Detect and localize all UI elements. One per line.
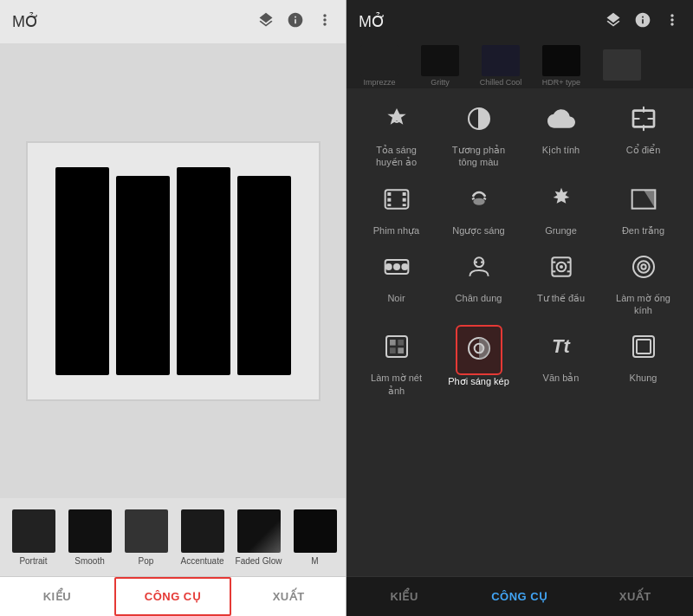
grid-tu-the-dau[interactable]: Tư thế đầu: [527, 245, 596, 317]
tab-xuat-right[interactable]: XUẤT: [578, 577, 693, 616]
co-dien-icon: [625, 101, 662, 137]
svg-point-10: [473, 198, 484, 204]
grid-lam-mo-ong-kinh[interactable]: Làm mờ ống kính: [609, 245, 678, 317]
left-main-image: [26, 141, 321, 401]
lam-mo-net-anh-icon: [379, 328, 415, 365]
grid-phoi-sang-kep[interactable]: Phơi sáng kép: [444, 325, 514, 397]
grid-den-trang[interactable]: Đen trắng: [609, 178, 678, 237]
rfs-thumb-chilled: [482, 45, 520, 76]
lam-mo-net-anh-label: Làm mờ nét ảnh: [362, 372, 431, 397]
kich-tinh-label: Kịch tính: [542, 144, 580, 156]
right-panel: MỞ Imprezze: [346, 0, 693, 616]
rfs-gritty[interactable]: Gritty: [411, 45, 470, 87]
grid-khung[interactable]: Khung: [609, 325, 678, 397]
rfs-hdrplus[interactable]: HDR+ type: [532, 45, 591, 87]
left-header: MỞ: [0, 0, 346, 43]
image-block-4: [237, 176, 291, 375]
phim-nhua-label: Phim nhựa: [373, 224, 419, 237]
svg-rect-33: [390, 340, 396, 346]
grid-noir[interactable]: Noir: [362, 245, 431, 317]
svg-point-20: [475, 261, 477, 263]
svg-point-15: [385, 263, 392, 270]
rfs-thumb-hdrplus: [542, 45, 580, 76]
grid-kich-tinh[interactable]: Kịch tính: [527, 97, 596, 169]
filter-m[interactable]: M: [287, 509, 343, 566]
grid-co-dien[interactable]: Cổ điển: [609, 97, 678, 169]
co-dien-icon-wrap: [622, 97, 665, 144]
right-info-icon[interactable]: [634, 11, 651, 33]
svg-rect-6: [387, 204, 391, 206]
tab-kieu-left[interactable]: KIỂU: [0, 577, 114, 616]
rfs-extra1[interactable]: [593, 49, 651, 82]
filter-portrait[interactable]: Portrait: [5, 509, 62, 566]
svg-rect-4: [387, 192, 391, 196]
filter-accentuate[interactable]: Accentuate: [174, 509, 230, 566]
tab-xuat-left[interactable]: XUẤT: [231, 577, 346, 616]
den-trang-icon-wrap: [622, 178, 665, 224]
nguoc-sang-icon: [461, 181, 497, 217]
rfs-chilled[interactable]: Chilled Cool: [471, 45, 530, 87]
left-panel: MỞ: [0, 0, 346, 616]
layers-icon[interactable]: [257, 11, 275, 33]
phim-nhua-icon-wrap: [375, 178, 418, 224]
grid-tuong-phan[interactable]: Tương phản tông màu: [444, 97, 514, 169]
grid-van-ban[interactable]: Tt Văn bản: [527, 325, 596, 397]
filter-grid-row-2: Phim nhựa Ngược sáng: [346, 174, 693, 240]
grid-toa-sang[interactable]: Tỏa sáng huyền ảo: [362, 97, 431, 169]
image-block-3: [177, 167, 230, 375]
tab-cong-cu-left[interactable]: CÔNG CỤ: [114, 577, 232, 616]
filter-label-m: M: [311, 556, 318, 566]
rfs-label-imprezze: Imprezze: [363, 78, 395, 87]
grid-chan-dung[interactable]: Chân dung: [444, 245, 514, 317]
toa-sang-icon-wrap: [375, 97, 418, 144]
kich-tinh-icon-wrap: [540, 97, 583, 144]
rfs-imprezze[interactable]: Imprezze: [350, 45, 409, 87]
grid-lam-mo-net-anh[interactable]: Làm mờ nét ảnh: [362, 325, 431, 397]
svg-rect-7: [402, 192, 405, 196]
filter-label-pop: Pop: [139, 556, 154, 566]
van-ban-icon: Tt: [543, 328, 580, 365]
grid-nguoc-sang[interactable]: Ngược sáng: [444, 178, 514, 237]
grunge-label: Grunge: [545, 224, 577, 237]
left-header-icons: [257, 11, 334, 33]
rfs-thumb-imprezze: [360, 45, 398, 76]
nguoc-sang-label: Ngược sáng: [452, 224, 504, 237]
filter-smooth[interactable]: Smooth: [62, 509, 118, 566]
filter-pop[interactable]: Pop: [118, 509, 174, 566]
left-bottom-tabs: KIỂU CÔNG CỤ XUẤT: [0, 576, 346, 616]
noir-icon: [379, 249, 415, 285]
svg-rect-40: [637, 340, 651, 353]
nguoc-sang-icon-wrap: [457, 178, 501, 224]
noir-label: Noir: [387, 292, 405, 304]
lam-mo-ong-kinh-label: Làm mờ ống kính: [609, 292, 678, 317]
info-icon[interactable]: [287, 11, 304, 33]
tab-cong-cu-right[interactable]: CÔNG CỤ: [462, 577, 577, 616]
tuong-phan-icon-wrap: [457, 97, 501, 144]
filter-faded-glow[interactable]: Faded Glow: [230, 509, 287, 566]
grid-phim-nhua[interactable]: Phim nhựa: [362, 178, 431, 237]
tu-the-dau-label: Tư thế đầu: [537, 292, 585, 304]
tab-kieu-right[interactable]: KIỂU: [346, 577, 462, 616]
van-ban-icon-wrap: Tt: [540, 325, 583, 372]
phoi-sang-kep-icon-wrap: [456, 325, 502, 375]
svg-rect-35: [390, 348, 396, 354]
lam-mo-net-anh-icon-wrap: [375, 325, 418, 372]
svg-point-29: [633, 256, 654, 277]
phoi-sang-kep-icon: [461, 330, 497, 366]
svg-point-31: [641, 264, 645, 269]
khung-icon: [625, 328, 662, 365]
more-icon[interactable]: [316, 11, 334, 33]
noir-icon-wrap: [375, 245, 418, 292]
right-layers-icon[interactable]: [605, 11, 622, 33]
right-more-icon[interactable]: [664, 11, 681, 33]
svg-point-30: [638, 261, 649, 272]
grid-grunge[interactable]: Grunge: [527, 178, 596, 237]
phoi-sang-kep-label: Phơi sáng kép: [448, 375, 509, 387]
left-image-area: [0, 43, 346, 498]
filter-thumb-pop: [125, 509, 168, 553]
den-trang-label: Đen trắng: [622, 224, 664, 237]
svg-rect-5: [387, 198, 391, 201]
left-filter-strip: Portrait Smooth Pop Accentuate Faded Glo…: [0, 498, 346, 576]
tu-the-dau-icon: [543, 249, 580, 285]
phim-nhua-icon: [379, 181, 415, 217]
